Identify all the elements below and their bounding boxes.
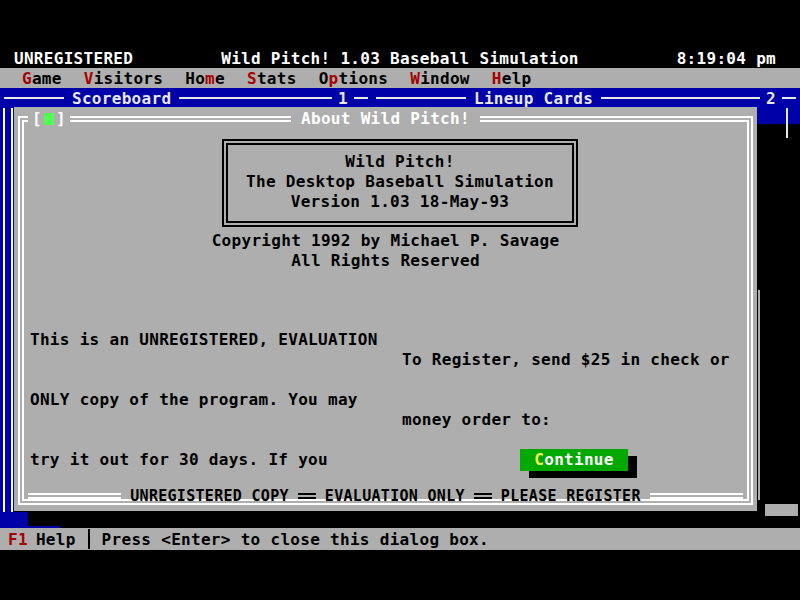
- menu-item-window[interactable]: Window: [410, 69, 470, 88]
- paragraph-line: This is an UNREGISTERED, EVALUATION: [30, 330, 410, 350]
- dialog-footer-badges: UNREGISTERED COPY EVALUATION ONLY PLEASE…: [28, 487, 743, 505]
- window-title: Scoreboard: [64, 89, 179, 108]
- help-label[interactable]: Help: [36, 530, 76, 549]
- menu-item-help[interactable]: Help: [492, 69, 532, 88]
- line: [474, 493, 492, 499]
- line: [179, 97, 332, 99]
- continue-button[interactable]: Continue: [520, 449, 628, 471]
- dialog-title-row: About Wild Pitch!: [14, 109, 757, 128]
- badge-evaluation: EVALUATION ONLY: [325, 487, 465, 505]
- line: [782, 97, 796, 99]
- program-version: Version 1.03 18-May-93: [228, 192, 572, 212]
- window-title: Lineup Cards: [466, 89, 601, 108]
- program-name: Wild Pitch!: [228, 152, 572, 172]
- line: [376, 97, 466, 99]
- register-intro-line: To Register, send $25 in check or: [402, 350, 752, 370]
- address-line: PO Box 536, Glen Ridge, NJ 07028: [426, 590, 752, 600]
- line: [601, 97, 760, 99]
- menu-bar: Game Visitors Home Stats Options Window …: [0, 68, 800, 88]
- line: [298, 493, 316, 499]
- badge-register: PLEASE REGISTER: [501, 487, 641, 505]
- status-message: Press <Enter> to close this dialog box.: [102, 530, 489, 549]
- app-titlebar: UNREGISTERED Wild Pitch! 1.03 Baseball S…: [0, 48, 800, 68]
- evaluation-paragraph: This is an UNREGISTERED, EVALUATION ONLY…: [30, 290, 410, 600]
- copyright-block: Copyright 1992 by Michael P. Savage All …: [14, 231, 757, 271]
- about-dialog: About Wild Pitch! [] Wild Pitch! The Des…: [14, 107, 757, 511]
- window-number: 1: [332, 89, 354, 108]
- paragraph-line: ONLY copy of the program. You may: [30, 390, 410, 410]
- window-shadow-remnant: [765, 504, 798, 516]
- copyright-line: Copyright 1992 by Michael P. Savage: [14, 231, 757, 251]
- lineup-window-corner: [757, 108, 800, 124]
- lineup-window-border: [786, 108, 788, 138]
- line: [650, 493, 743, 499]
- dos-screen: UNREGISTERED Wild Pitch! 1.03 Baseball S…: [0, 0, 800, 600]
- menu-item-game[interactable]: Game: [22, 69, 62, 88]
- border-line: [3, 108, 13, 528]
- close-button[interactable]: []: [28, 109, 70, 128]
- line: [4, 97, 64, 99]
- line: [354, 97, 368, 99]
- clock: 8:19:04 pm: [677, 49, 776, 68]
- line: [28, 493, 121, 499]
- status-bar: F1 Help Press <Enter> to close this dial…: [0, 528, 800, 550]
- paragraph-line: you'll have to register. When you: [30, 570, 410, 590]
- scoreboard-window-edge: [0, 108, 14, 528]
- window-tab-lineup-cards[interactable]: Lineup Cards 2: [372, 88, 800, 108]
- badge-unregistered: UNREGISTERED COPY: [130, 487, 289, 505]
- program-subtitle: The Desktop Baseball Simulation: [228, 172, 572, 192]
- menu-item-stats[interactable]: Stats: [247, 69, 297, 88]
- dialog-title: About Wild Pitch!: [291, 109, 480, 128]
- f1-key-hint[interactable]: F1: [8, 530, 28, 549]
- register-intro-line: money order to:: [402, 410, 752, 430]
- menu-item-options[interactable]: Options: [319, 69, 389, 88]
- program-info-box: Wild Pitch! The Desktop Baseball Simulat…: [222, 139, 578, 227]
- window-tab-scoreboard[interactable]: Scoreboard 1: [0, 88, 372, 108]
- close-glyph-icon: [44, 113, 54, 125]
- lineup-window-border-remnant: [758, 290, 760, 500]
- rights-line: All Rights Reserved: [14, 251, 757, 271]
- paragraph-line: would like to continue to use it,: [30, 510, 410, 530]
- paragraph-line: try it out for 30 days. If you: [30, 450, 410, 470]
- menu-item-home[interactable]: Home: [185, 69, 225, 88]
- divider: [88, 529, 90, 549]
- background-window-titles: Scoreboard 1 Lineup Cards 2: [0, 88, 800, 108]
- window-number: 2: [760, 89, 782, 108]
- menu-item-visitors[interactable]: Visitors: [84, 69, 163, 88]
